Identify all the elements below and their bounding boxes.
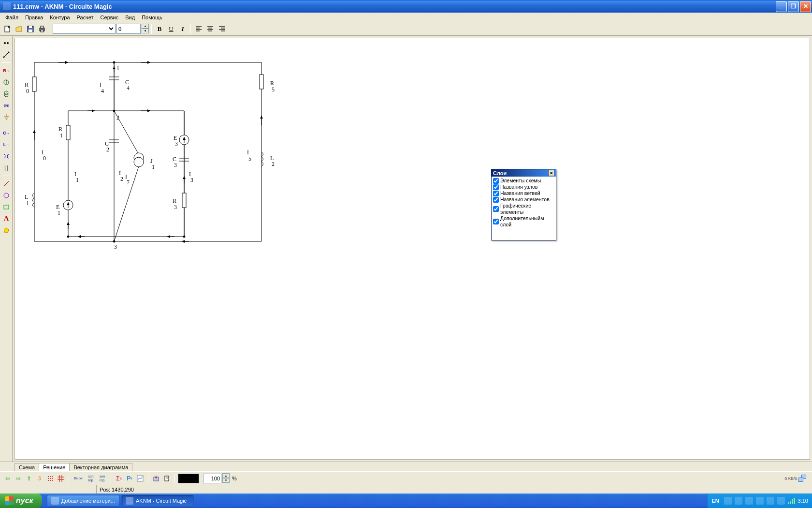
tool-inductor[interactable]: L→ (1, 139, 12, 150)
tool-ground[interactable] (1, 112, 12, 122)
svg-point-124 (48, 476, 49, 477)
svg-point-33 (4, 193, 9, 198)
layer-checkbox[interactable] (493, 219, 499, 224)
circuit-canvas[interactable]: 1 2 3 R0 R1 R3 R5 C2 C3 C4 L1 L2 E1 E3 J… (14, 38, 810, 460)
start-button[interactable]: пуск (0, 493, 42, 508)
tool-rect[interactable] (1, 202, 12, 212)
new-button[interactable] (2, 24, 13, 34)
export-button[interactable] (151, 474, 161, 483)
layer-checkbox[interactable] (493, 191, 499, 196)
tray-icon[interactable] (735, 497, 742, 505)
size-spinner[interactable]: ▲▼ (142, 24, 149, 34)
loop-current-button[interactable]: хол гор. (97, 474, 108, 483)
tray-icon[interactable] (756, 497, 764, 505)
align-right-button[interactable] (217, 24, 227, 34)
svg-point-129 (52, 478, 53, 479)
nav-up-button[interactable]: ⇧ (24, 474, 34, 483)
maximize-button[interactable]: ❐ (788, 1, 799, 12)
tool-circle[interactable] (1, 190, 12, 201)
toolbar-separator (151, 24, 152, 34)
tool-mutual[interactable] (1, 151, 12, 162)
layer-checkbox[interactable] (493, 206, 499, 212)
save-button[interactable] (25, 24, 36, 34)
open-button[interactable] (14, 24, 24, 34)
tab-solution[interactable]: Решение (39, 463, 70, 471)
print-button[interactable] (37, 24, 47, 34)
layers-title-text: Слои (493, 170, 507, 176)
tool-text[interactable]: A (1, 213, 12, 224)
circle-icon (3, 192, 10, 199)
menu-calculation[interactable]: Расчет (73, 14, 97, 21)
formula-p-button[interactable]: Pk (125, 474, 134, 483)
tool-ac-source[interactable]: ⊖E (1, 100, 12, 111)
language-indicator[interactable]: EN (711, 498, 719, 504)
tray-icon[interactable] (767, 497, 774, 505)
node-potential-button[interactable]: хол гор (86, 474, 96, 483)
layer-item[interactable]: Названия ветвей (493, 190, 554, 196)
menu-view[interactable]: Вид (122, 14, 138, 21)
svg-rect-48 (32, 77, 36, 91)
close-button[interactable]: ✕ (800, 1, 811, 12)
nav-down-button[interactable]: ⇩ (35, 474, 44, 483)
tool-resistor[interactable]: R→ (1, 65, 12, 76)
layers-panel[interactable]: Слои ✕ Элементы схемы Названия узлов Наз… (491, 169, 556, 240)
tray-icon[interactable] (777, 497, 785, 505)
layers-panel-title[interactable]: Слои ✕ (492, 169, 556, 177)
system-tray[interactable]: EN 3:10 (708, 493, 812, 508)
tool-emf[interactable] (1, 77, 12, 88)
align-center-button[interactable] (205, 24, 216, 34)
layer-item[interactable]: Названия элементов (493, 196, 554, 203)
taskbar-item-browser[interactable]: Добавление матери... (47, 495, 119, 507)
tool-transformer[interactable] (1, 163, 12, 173)
nav-left-button[interactable]: ⇦ (3, 474, 13, 483)
layer-checkbox[interactable] (493, 184, 499, 190)
formula-sigma-button[interactable]: Σa (114, 474, 124, 483)
kirchhoff-button[interactable]: Кирх (72, 474, 85, 483)
color-picker[interactable] (178, 474, 199, 483)
tab-vector[interactable]: Векторная диаграмма (69, 463, 132, 471)
clock[interactable]: 3:10 (798, 498, 808, 504)
layer-checkbox[interactable] (493, 178, 499, 184)
underline-button[interactable]: U (166, 24, 176, 34)
tray-icon[interactable] (745, 497, 753, 505)
menu-help[interactable]: Помощь (138, 14, 166, 21)
font-select[interactable] (53, 24, 116, 34)
layer-item[interactable]: Дополнительныйм слой (493, 215, 554, 228)
svg-point-79 (113, 110, 115, 112)
svg-point-80 (113, 240, 115, 242)
layer-checkbox[interactable] (493, 197, 499, 203)
font-size-input[interactable] (116, 24, 141, 34)
chart-button[interactable] (135, 474, 145, 483)
grid-small-button[interactable] (45, 474, 55, 483)
layer-item[interactable]: Графические элементы (493, 203, 554, 215)
tool-polygon[interactable] (1, 225, 12, 236)
taskbar-item-circuitmagic[interactable]: AKNM - Circuit Magic (121, 495, 194, 507)
tool-capacitor[interactable]: C→ (1, 128, 12, 138)
toolbar-separator (190, 24, 191, 34)
tab-schema[interactable]: Схема (14, 463, 39, 471)
zoom-input[interactable] (203, 474, 221, 483)
svg-point-125 (50, 476, 51, 477)
tool-wire[interactable] (1, 49, 12, 60)
printer-icon (38, 25, 46, 33)
layers-close-button[interactable]: ✕ (548, 170, 554, 176)
tray-icon[interactable] (724, 497, 732, 505)
report-button[interactable] (162, 474, 172, 483)
svg-point-126 (52, 476, 53, 477)
tool-node[interactable] (1, 38, 12, 48)
zoom-spinner[interactable]: ▲▼ (222, 473, 230, 483)
layer-item[interactable]: Элементы схемы (493, 178, 554, 184)
align-left-button[interactable] (193, 24, 204, 34)
menu-contours[interactable]: Контура (46, 14, 73, 21)
minimize-button[interactable]: _ (776, 1, 787, 12)
tool-current-source[interactable] (1, 89, 12, 99)
menu-edit[interactable]: Правка (22, 14, 46, 21)
grid-large-button[interactable] (56, 474, 66, 483)
italic-button[interactable]: I (177, 24, 188, 34)
menu-service[interactable]: Сервис (97, 14, 122, 21)
tool-line[interactable] (1, 179, 12, 189)
menu-file[interactable]: Файл (2, 14, 22, 21)
layer-item[interactable]: Названия узлов (493, 184, 554, 190)
bold-button[interactable]: B (154, 24, 165, 34)
nav-right-button[interactable]: ⇨ (14, 474, 23, 483)
